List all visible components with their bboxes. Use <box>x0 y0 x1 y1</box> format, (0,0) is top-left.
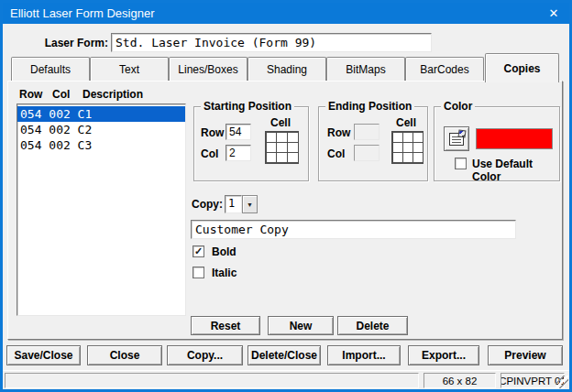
close-icon[interactable]: ✕ <box>538 3 569 24</box>
check-icon: ✓ <box>194 246 203 256</box>
use-default-color-label: Use Default Color <box>472 158 559 183</box>
window-title: Elliott Laser Form Designer <box>3 6 155 20</box>
delete-close-button[interactable]: Delete/Close <box>248 345 321 365</box>
copies-tab-panel: Row Col Description 054 002 C1 054 002 C… <box>7 81 563 340</box>
copies-listbox[interactable]: 054 002 C1 054 002 C2 054 002 C3 <box>16 103 186 316</box>
use-default-color-checkbox[interactable] <box>455 158 467 169</box>
tab-copies[interactable]: Copies <box>485 53 559 82</box>
close-button[interactable]: Close <box>87 345 162 365</box>
status-dimensions: 66 x 82 <box>424 373 496 388</box>
copy-dropdown[interactable]: 1 ▼ <box>225 195 258 213</box>
resize-grip[interactable] <box>556 376 568 388</box>
ending-row-input[interactable] <box>354 124 380 140</box>
bold-label: Bold <box>212 245 236 258</box>
new-button[interactable]: New <box>268 316 334 335</box>
starting-row-input[interactable]: 54 <box>226 124 251 140</box>
tab-bitmaps[interactable]: BitMaps <box>326 57 405 82</box>
bold-checkbox[interactable]: ✓ <box>192 245 204 257</box>
ending-row-label: Row <box>327 126 350 139</box>
ending-col-input[interactable] <box>354 145 380 161</box>
dialog-elliott-laser-form-designer: Elliott Laser Form Designer ✕ Laser Form… <box>0 0 572 392</box>
starting-col-input[interactable]: 2 <box>226 145 251 161</box>
list-header-row: Row <box>19 88 42 101</box>
reset-button[interactable]: Reset <box>191 316 260 335</box>
starting-cell-grid[interactable] <box>265 131 299 164</box>
color-swatch[interactable] <box>476 128 553 149</box>
color-group-title: Color <box>441 100 475 113</box>
starting-row-label: Row <box>201 126 224 139</box>
tab-barcodes[interactable]: BarCodes <box>405 57 484 82</box>
tab-shading[interactable]: Shading <box>248 57 326 82</box>
ending-position-group: Ending Position Row Col Cell <box>318 106 428 181</box>
italic-checkbox[interactable] <box>192 267 204 278</box>
save-close-button[interactable]: Save/Close <box>6 345 81 365</box>
tab-lines-boxes[interactable]: Lines/Boxes <box>169 57 248 82</box>
ending-position-title: Ending Position <box>325 100 414 113</box>
laser-form-label: Laser Form: <box>21 37 108 49</box>
chevron-down-icon[interactable]: ▼ <box>242 195 258 213</box>
preview-button[interactable]: Preview <box>488 345 563 365</box>
ending-cell-grid[interactable] <box>391 131 424 164</box>
italic-label: Italic <box>212 267 236 279</box>
tab-text[interactable]: Text <box>90 57 169 82</box>
status-message-panel <box>5 373 419 388</box>
starting-position-group: Starting Position Row 54 Col 2 Cell <box>193 106 309 181</box>
starting-position-title: Starting Position <box>201 100 294 113</box>
list-item[interactable]: 054 002 C3 <box>17 137 185 153</box>
color-picker-button[interactable] <box>444 126 469 151</box>
ending-cell-label: Cell <box>396 116 416 129</box>
ending-col-label: Col <box>327 147 345 160</box>
export-button[interactable]: Export... <box>408 345 479 365</box>
status-bar: 66 x 82 CPINVPRT 01 <box>3 370 569 389</box>
import-button[interactable]: Import... <box>327 345 401 365</box>
starting-col-label: Col <box>201 147 218 160</box>
copy-button[interactable]: Copy... <box>167 345 243 365</box>
tab-defaults[interactable]: Defaults <box>11 57 90 82</box>
copy-dropdown-value: 1 <box>225 195 242 213</box>
list-header-col: Col <box>52 88 70 101</box>
delete-button[interactable]: Delete <box>337 316 408 335</box>
starting-cell-label: Cell <box>270 116 291 129</box>
laser-form-input[interactable]: Std. Laser Invoice (Form 99) <box>111 33 432 52</box>
list-item[interactable]: 054 002 C1 <box>17 106 185 122</box>
color-group: Color Use Default Color <box>434 106 560 181</box>
title-bar: Elliott Laser Form Designer ✕ <box>3 3 569 24</box>
copy-description-input[interactable]: Customer Copy <box>191 220 516 239</box>
list-item[interactable]: 054 002 C2 <box>17 122 185 137</box>
color-picker-icon <box>449 133 464 146</box>
list-header-description: Description <box>82 88 143 101</box>
copy-label: Copy: <box>192 198 223 211</box>
